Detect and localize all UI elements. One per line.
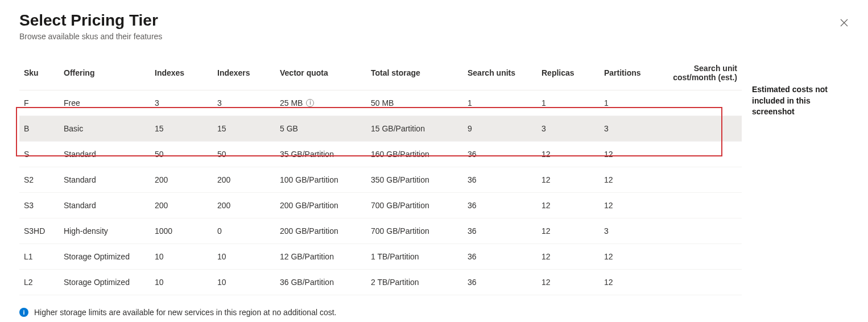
cell-storage: 350 GB/Partition: [366, 167, 463, 193]
cell-vector: 35 GB/Partition: [275, 142, 366, 167]
cell-cost: [662, 193, 742, 218]
cell-su: 9: [463, 116, 537, 142]
cell-replicas: 12: [537, 193, 600, 218]
cell-indexers: 200: [213, 193, 275, 218]
cell-partitions: 12: [600, 193, 662, 218]
table-row[interactable]: S3HDHigh-density10000200 GB/Partition700…: [19, 218, 742, 244]
cell-sku: L1: [19, 244, 59, 270]
cell-offering: High-density: [59, 218, 150, 244]
cell-partitions: 3: [600, 116, 662, 142]
cell-offering: Standard: [59, 193, 150, 218]
info-icon[interactable]: i: [306, 99, 314, 107]
cell-offering: Standard: [59, 142, 150, 167]
cell-indexers: 10: [213, 244, 275, 270]
cell-storage: 15 GB/Partition: [366, 116, 463, 142]
cell-partitions: 1: [600, 90, 662, 116]
cell-indexes: 10: [150, 244, 213, 270]
cell-vector: 100 GB/Partition: [275, 167, 366, 193]
col-header: Offering: [59, 57, 150, 90]
cell-storage: 1 TB/Partition: [366, 244, 463, 270]
cell-indexes: 10: [150, 270, 213, 295]
cell-indexers: 50: [213, 142, 275, 167]
cell-storage: 50 MB: [366, 90, 463, 116]
table-row[interactable]: S2Standard200200100 GB/Partition350 GB/P…: [19, 167, 742, 193]
cell-sku: L2: [19, 270, 59, 295]
cell-sku: S3: [19, 193, 59, 218]
cell-indexers: 200: [213, 167, 275, 193]
table-row[interactable]: S3Standard200200200 GB/Partition700 GB/P…: [19, 193, 742, 218]
cost-note: Estimated costs not included in this scr…: [752, 84, 849, 118]
cell-offering: Storage Optimized: [59, 270, 150, 295]
cell-sku: F: [19, 90, 59, 116]
cell-indexers: 15: [213, 116, 275, 142]
cell-indexes: 200: [150, 193, 213, 218]
info-solid-icon: i: [19, 308, 28, 317]
cell-indexers: 0: [213, 218, 275, 244]
col-header: Search unit cost/month (est.): [662, 57, 742, 90]
cell-sku: B: [19, 116, 59, 142]
cell-partitions: 12: [600, 244, 662, 270]
cell-su: 36: [463, 218, 537, 244]
cell-sku: S3HD: [19, 218, 59, 244]
col-header: Search units: [463, 57, 537, 90]
cell-cost: [662, 116, 742, 142]
cell-replicas: 12: [537, 142, 600, 167]
cell-vector: 200 GB/Partition: [275, 218, 366, 244]
table-row[interactable]: BBasic15155 GB15 GB/Partition933: [19, 116, 742, 142]
cell-storage: 2 TB/Partition: [366, 270, 463, 295]
cell-vector: 25 MBi: [275, 90, 366, 116]
cell-replicas: 12: [537, 244, 600, 270]
cell-su: 36: [463, 193, 537, 218]
col-header: Indexes: [150, 57, 213, 90]
footer-note: i Higher storage limits are available fo…: [19, 308, 849, 317]
cell-offering: Storage Optimized: [59, 244, 150, 270]
cell-su: 36: [463, 142, 537, 167]
col-header: Partitions: [600, 57, 662, 90]
cell-vector: 200 GB/Partition: [275, 193, 366, 218]
cell-offering: Standard: [59, 167, 150, 193]
cell-partitions: 3: [600, 218, 662, 244]
panel-header: Select Pricing Tier Browse available sku…: [19, 11, 849, 41]
cell-sku: S: [19, 142, 59, 167]
cell-text: 25 MB: [280, 98, 303, 108]
cell-vector: 5 GB: [275, 116, 366, 142]
cell-indexes: 3: [150, 90, 213, 116]
cell-cost: [662, 218, 742, 244]
cell-replicas: 1: [537, 90, 600, 116]
cell-partitions: 12: [600, 270, 662, 295]
cell-vector: 12 GB/Partition: [275, 244, 366, 270]
col-header: Replicas: [537, 57, 600, 90]
cell-sku: S2: [19, 167, 59, 193]
page-subtitle: Browse available skus and their features: [19, 32, 849, 41]
cell-partitions: 12: [600, 167, 662, 193]
cell-cost: [662, 244, 742, 270]
cell-indexers: 3: [213, 90, 275, 116]
cell-su: 1: [463, 90, 537, 116]
cell-indexers: 10: [213, 270, 275, 295]
cell-su: 36: [463, 244, 537, 270]
cell-indexes: 1000: [150, 218, 213, 244]
cell-replicas: 12: [537, 167, 600, 193]
cell-replicas: 3: [537, 116, 600, 142]
cell-indexes: 200: [150, 167, 213, 193]
table-row[interactable]: L2Storage Optimized101036 GB/Partition2 …: [19, 270, 742, 295]
table-row[interactable]: L1Storage Optimized101012 GB/Partition1 …: [19, 244, 742, 270]
cell-storage: 700 GB/Partition: [366, 218, 463, 244]
close-icon: [840, 19, 848, 27]
cell-cost: [662, 270, 742, 295]
cell-su: 36: [463, 270, 537, 295]
col-header: Vector quota: [275, 57, 366, 90]
cell-cost: [662, 90, 742, 116]
col-header: Indexers: [213, 57, 275, 90]
cell-replicas: 12: [537, 270, 600, 295]
table-row[interactable]: SStandard505035 GB/Partition160 GB/Parti…: [19, 142, 742, 167]
pricing-table-container: SkuOfferingIndexesIndexersVector quotaTo…: [19, 57, 742, 295]
table-row[interactable]: FFree3325 MBi50 MB111: [19, 90, 742, 116]
cell-storage: 700 GB/Partition: [366, 193, 463, 218]
close-button[interactable]: [836, 15, 852, 31]
cell-replicas: 12: [537, 218, 600, 244]
cell-partitions: 12: [600, 142, 662, 167]
cell-offering: Free: [59, 90, 150, 116]
cell-indexes: 50: [150, 142, 213, 167]
cell-storage: 160 GB/Partition: [366, 142, 463, 167]
